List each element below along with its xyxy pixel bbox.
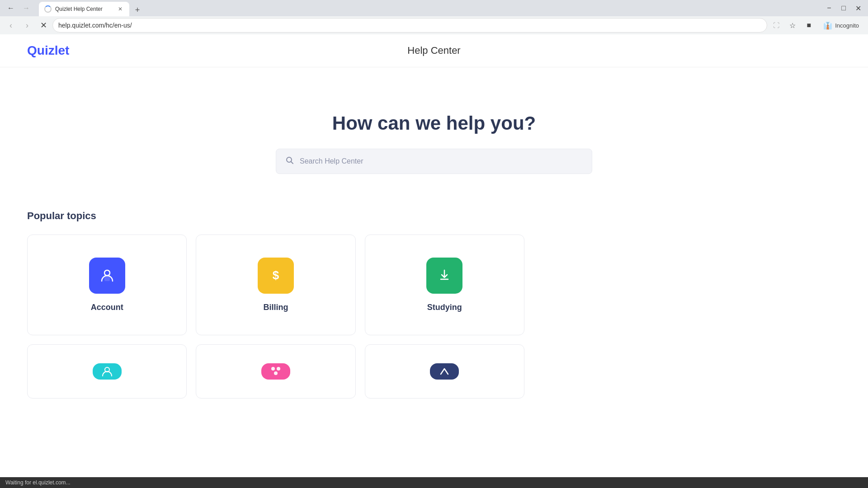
search-bar[interactable]: Search Help Center [276,149,592,174]
incognito-label: Incognito [835,22,859,29]
studying-icon [434,266,454,286]
page-header-title: Help Center [407,45,460,56]
topic4-icon [99,363,115,380]
tab-close-button[interactable]: ✕ [117,5,124,13]
topics-grid: Account $ Billing [27,235,524,335]
close-button[interactable]: ✕ [852,2,864,14]
address-text: help.quizlet.com/hc/en-us/ [58,22,761,29]
back-button[interactable]: ← [4,1,18,15]
address-bar[interactable]: help.quizlet.com/hc/en-us/ [52,18,767,33]
svg-rect-4 [104,275,110,281]
reload-button[interactable]: ✕ [36,18,51,33]
topic5-icon [268,363,284,380]
new-tab-button[interactable]: + [131,4,144,16]
account-topic-label: Account [91,303,123,312]
active-tab[interactable]: Quizlet Help Center ✕ [39,2,129,16]
topic-card-studying[interactable]: Studying [365,235,524,335]
topic-card-account[interactable]: Account [27,235,187,335]
svg-text:$: $ [273,268,279,282]
svg-point-13 [274,371,278,375]
tab-loading-spinner [44,5,52,13]
browser-chrome: ← → Quizlet Help Center ✕ + − □ ✕ ‹ › ✕ … [0,0,868,34]
back-nav-button[interactable]: ‹ [4,18,18,33]
second-row-topics [27,344,524,399]
browser-titlebar: ← → Quizlet Help Center ✕ + − □ ✕ [0,0,868,16]
billing-icon: $ [266,266,286,286]
page-header: Quizlet Help Center [0,34,868,67]
extensions-button[interactable]: ■ [802,18,816,33]
svg-rect-14 [436,363,453,380]
billing-icon-wrapper: $ [258,258,294,294]
status-text: Waiting for el.quizlet.com... [5,479,71,486]
hero-title: How can we help you? [27,113,841,134]
tab-bar: Quizlet Help Center ✕ + [35,0,821,16]
studying-icon-wrapper [426,258,462,294]
cast-icon[interactable]: ⛶ [769,18,783,33]
page-content: Quizlet Help Center How can we help you?… [0,34,868,477]
svg-line-1 [291,161,293,164]
account-icon [97,266,117,286]
svg-point-12 [277,367,280,371]
maximize-button[interactable]: □ [837,2,850,14]
quizlet-logo[interactable]: Quizlet [27,43,69,58]
bookmark-button[interactable]: ☆ [785,18,800,33]
topic-card-5[interactable] [196,344,355,399]
popular-topics: Popular topics Account [27,201,841,408]
status-bar: Waiting for el.quizlet.com... [0,477,868,488]
incognito-icon: 👔 [823,21,832,30]
toolbar-icons: ⛶ ☆ ■ 👔 Incognito [769,18,864,33]
topic-card-6[interactable] [365,344,524,399]
account-icon-wrapper [89,258,125,294]
studying-topic-label: Studying [427,303,462,312]
minimize-button[interactable]: − [823,2,835,14]
topic-card-billing[interactable]: $ Billing [196,235,355,335]
search-icon [285,156,294,167]
browser-toolbar: ‹ › ✕ help.quizlet.com/hc/en-us/ ⛶ ☆ ■ 👔… [0,16,868,34]
topic4-icon-wrapper [93,363,122,380]
forward-button[interactable]: → [19,1,33,15]
main-content: How can we help you? Search Help Center … [0,67,868,426]
popular-topics-title: Popular topics [27,210,841,222]
svg-point-11 [271,367,275,371]
incognito-button[interactable]: 👔 Incognito [818,19,864,32]
topic5-icon-wrapper [261,363,290,380]
forward-nav-button[interactable]: › [20,18,34,33]
topic6-icon [436,363,453,380]
tab-title: Quizlet Help Center [55,6,113,12]
search-placeholder: Search Help Center [300,157,363,165]
topic-card-4[interactable] [27,344,187,399]
topic6-icon-wrapper [430,363,459,380]
hero-section: How can we help you? Search Help Center [27,94,841,201]
billing-topic-label: Billing [263,303,288,312]
